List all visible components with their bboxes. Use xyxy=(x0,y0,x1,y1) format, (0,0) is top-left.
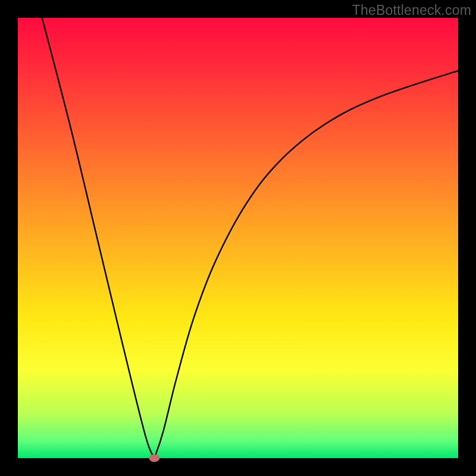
chart-frame: TheBottleneck.com xyxy=(0,0,476,476)
bottleneck-chart xyxy=(0,0,476,476)
watermark-text: TheBottleneck.com xyxy=(352,2,471,18)
minimum-marker xyxy=(149,455,159,462)
plot-background xyxy=(18,18,458,458)
